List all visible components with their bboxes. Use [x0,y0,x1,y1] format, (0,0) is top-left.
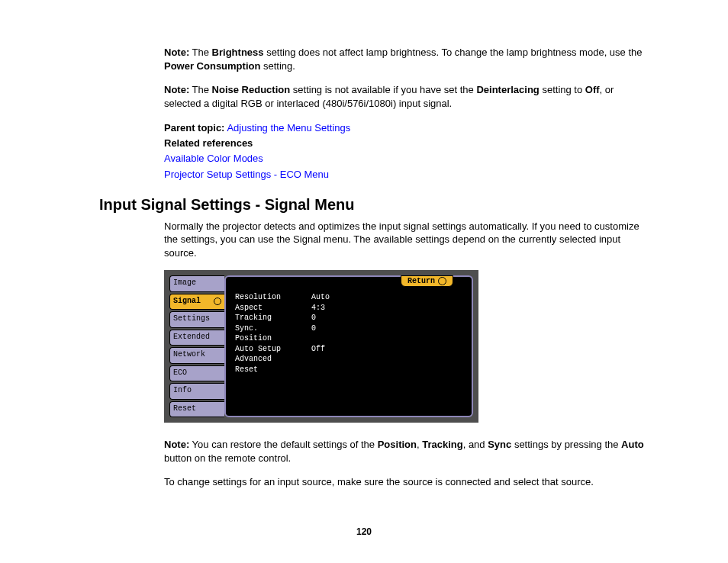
return-icon [438,277,446,285]
osd-row-advanced[interactable]: Advanced [235,354,462,365]
osd-return-button[interactable]: Return [401,275,453,287]
note-label: Note: [164,84,189,95]
osd-row-aspect[interactable]: Aspect4:3 [235,303,462,314]
osd-tab-info[interactable]: Info [169,383,224,400]
osd-menu-screenshot: Image Signal Settings Extended Network E… [164,270,478,423]
section-heading: Input Signal Settings - Signal Menu [99,196,644,214]
osd-row-sync[interactable]: Sync. 0 [235,323,462,334]
note-label: Note: [164,439,189,450]
osd-row-reset[interactable]: Reset [235,365,462,375]
intro-paragraph: Normally the projector detects and optim… [164,220,644,260]
body-text-bottom: Note: You can restore the default settin… [164,438,644,489]
osd-tab-signal[interactable]: Signal [169,294,224,310]
osd-tab-extended[interactable]: Extended [169,330,224,346]
note-auto-button: Note: You can restore the default settin… [164,438,644,465]
parent-topic-block: Parent topic: Adjusting the Menu Setting… [164,121,644,182]
page: Note: The Brightness setting does not af… [0,0,728,563]
osd-tab-eco[interactable]: ECO [169,365,224,382]
osd-tab-reset[interactable]: Reset [169,401,224,418]
osd-row-position[interactable]: Position [235,333,462,344]
body-text-top: Note: The Brightness setting does not af… [164,46,644,182]
osd-row-resolution[interactable]: ResolutionAuto [235,292,462,303]
osd-tab-list: Image Signal Settings Extended Network E… [169,275,224,417]
note-brightness: Note: The Brightness setting does not af… [164,46,644,72]
related-link-color-modes[interactable]: Available Color Modes [164,153,263,164]
note-noise-reduction: Note: The Noise Reduction setting is not… [164,83,644,110]
osd-tab-image[interactable]: Image [169,275,224,292]
osd-row-tracking[interactable]: Tracking 0 [235,313,462,323]
note-label: Note: [164,47,189,58]
parent-topic-link[interactable]: Adjusting the Menu Settings [227,122,350,134]
related-link-eco-menu[interactable]: Projector Setup Settings - ECO Menu [164,169,329,180]
osd-tab-network[interactable]: Network [169,347,224,364]
page-number: 120 [0,526,728,537]
osd-panel: Return ResolutionAuto Aspect4:3 Tracking… [224,275,473,417]
osd-tab-settings[interactable]: Settings [169,311,224,328]
parent-topic-label: Parent topic: [164,122,224,134]
closing-paragraph: To change settings for an input source, … [164,475,644,489]
osd-row-auto-setup[interactable]: Auto SetupOff [235,344,462,355]
related-references-label: Related references [164,137,253,149]
